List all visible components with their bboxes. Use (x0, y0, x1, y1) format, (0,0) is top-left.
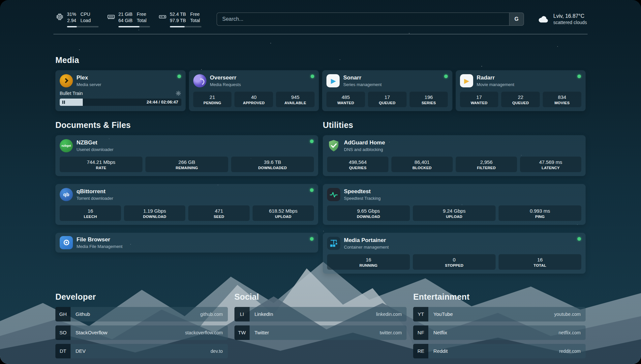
stat-box: 2,956 FILTERED (456, 157, 517, 172)
qbittorrent-icon: qb (60, 188, 73, 201)
adguard-icon (327, 139, 340, 152)
app-card-filebrowser[interactable]: File Browser Media File Management (55, 233, 318, 253)
stat-value: 744.21 Mbps (61, 159, 141, 165)
app-title: Speedtest (344, 188, 381, 195)
bookmark-name: YouTube (433, 311, 554, 317)
search-provider-button[interactable]: G (509, 13, 524, 25)
memory-total-value: 64 GiB (118, 17, 133, 24)
radarr-icon: ▶ (460, 74, 473, 87)
app-title: NZBGet (76, 139, 113, 146)
bookmark-stackoverflow[interactable]: SO StackOverflow stackoverflow.com (55, 325, 228, 340)
stat-label: DOWNLOAD (125, 215, 184, 219)
entertainment-column: Entertainment YT YouTube youtube.com NF … (413, 292, 586, 358)
app-title: AdGuard Home (344, 139, 385, 146)
status-dot (310, 139, 314, 143)
stat-box: 0.993 ms PING (499, 205, 581, 221)
bookmark-abbr: RE (413, 344, 428, 358)
cpu-progress-fill (67, 26, 77, 27)
storage-free-label: Free (190, 11, 200, 17)
app-subtitle: Media server (76, 82, 101, 87)
section-title-media: Media (55, 55, 586, 65)
app-title: Sonarr (343, 75, 382, 81)
bookmark-name: Twitter (255, 330, 380, 335)
app-card-qbittorrent[interactable]: qb qBittorrent Torrent downloader (55, 184, 318, 225)
nzbget-icon: nzbget (60, 139, 73, 152)
snow-specks (0, 0, 1, 1)
bookmark-url: twitter.com (380, 330, 402, 335)
app-card-radarr[interactable]: ▶ Radarr Movie management 17 WANTED (456, 70, 586, 111)
gear-icon[interactable] (175, 90, 181, 96)
stat-value: 39.6 TB (232, 159, 313, 165)
storage-total-label: Total (190, 17, 200, 24)
stat-value: 17 (461, 94, 497, 100)
header-divider (53, 34, 588, 34)
developer-column: Developer GH Github github.com SO StackO… (55, 292, 228, 358)
stat-box: 1.19 Gbps DOWNLOAD (124, 205, 185, 221)
status-dot (310, 237, 314, 241)
stat-box: 618.52 Mbps UPLOAD (253, 205, 314, 221)
stat-box: 744.21 Mbps RATE (60, 157, 142, 172)
app-title: File Browser (76, 236, 122, 243)
bookmark-url: dev.to (211, 349, 223, 354)
storage-stat: 52.4 TB 97.9 TB Free Total (159, 11, 201, 27)
stat-value: 16 (328, 257, 409, 262)
app-card-portainer[interactable]: Media Portainer Container management 16 … (323, 233, 586, 274)
app-subtitle: Movie management (477, 82, 514, 87)
bookmark-name: Reddit (433, 348, 559, 354)
bookmark-abbr: GH (55, 307, 71, 321)
stat-value: 834 (544, 94, 580, 100)
app-card-plex[interactable]: Plex Media server Bullet Train (55, 70, 186, 111)
memory-icon (107, 13, 115, 21)
stat-value: 498,564 (328, 159, 387, 165)
bookmark-linkedin[interactable]: LI LinkedIn linkedin.com (234, 307, 407, 321)
social-column: Social LI LinkedIn linkedin.com TW Twitt… (234, 292, 407, 340)
stat-label: SERIES (411, 101, 447, 105)
stat-box: 9.24 Gbps UPLOAD (413, 205, 496, 221)
cpu-label: CPU (80, 11, 91, 17)
bookmark-dev[interactable]: DT DEV dev.to (55, 344, 228, 358)
pause-icon[interactable] (62, 101, 63, 104)
stat-box: 22 QUEUED (501, 92, 540, 107)
cpu-icon (56, 13, 64, 21)
stat-value: 0 (414, 257, 494, 262)
stat-box: 16 LEECH (60, 205, 121, 221)
app-card-adguard[interactable]: AdGuard Home DNS and adblocking 498,564 … (323, 135, 586, 176)
stat-label: LEECH (61, 215, 120, 219)
portainer-icon (327, 237, 340, 250)
search-input[interactable] (217, 13, 509, 25)
stat-box: 266 GB REMAINING (145, 157, 228, 172)
stat-label: DOWNLOADED (232, 166, 313, 170)
playback-time: 24:44 / 02:06:47 (146, 100, 178, 105)
status-dot (577, 237, 581, 241)
speedtest-icon (327, 188, 340, 201)
app-card-nzbget[interactable]: nzbget NZBGet Usenet downloader 7 (55, 135, 318, 176)
bookmark-url: github.com (200, 312, 223, 317)
playback-progress-bar: 24:44 / 02:06:47 (60, 99, 181, 106)
app-card-speedtest[interactable]: Speedtest Speedtest Tracking 9.65 Gbps D… (323, 184, 586, 225)
memory-total-label: Total (137, 17, 147, 24)
section-title-utilities: Utilities (323, 120, 586, 130)
app-subtitle: Speedtest Tracking (344, 196, 381, 201)
cloud-icon (538, 15, 549, 23)
app-card-overseerr[interactable]: Overseerr Media Requests 21 PENDING 40 A… (189, 70, 319, 111)
status-dot (311, 75, 314, 78)
app-subtitle: DNS and adblocking (344, 147, 385, 152)
stat-box: 86,401 BLOCKED (391, 157, 453, 172)
bookmark-twitter[interactable]: TW Twitter twitter.com (234, 325, 407, 340)
bookmark-reddit[interactable]: RE Reddit reddit.com (413, 344, 586, 358)
stat-box: 196 SERIES (410, 92, 448, 107)
bookmark-youtube[interactable]: YT YouTube youtube.com (413, 307, 586, 321)
stat-box: 485 WANTED (326, 92, 365, 107)
stat-label: QUERIES (328, 166, 387, 170)
bookmark-abbr: YT (413, 307, 428, 321)
stat-label: FILTERED (457, 166, 516, 170)
search-bar: G (217, 13, 524, 26)
memory-free-value: 21 GiB (118, 11, 133, 17)
app-card-sonarr[interactable]: ▶ Sonarr Series management 485 WANTED (322, 70, 452, 111)
bookmark-netflix[interactable]: NF Netflix netflix.com (413, 325, 586, 340)
status-dot (177, 75, 181, 78)
bookmark-github[interactable]: GH Github github.com (55, 307, 228, 321)
memory-stat: 21 GiB 64 GiB Free Total (107, 11, 150, 27)
weather-location: Lviv, 16.87°C (553, 13, 587, 19)
app-subtitle: Usenet downloader (76, 147, 113, 152)
